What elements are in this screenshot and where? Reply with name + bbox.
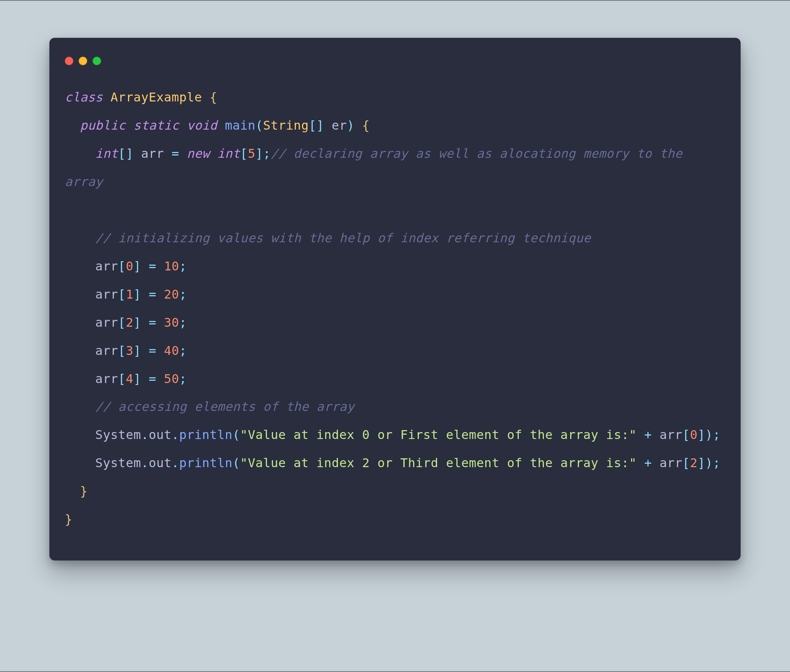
operator-eq: = [149,259,156,274]
class-name: ArrayExample [111,90,202,105]
obj-out: out [149,456,171,470]
value: 20 [164,287,179,302]
code-line-10: // accessing elements of the array [65,399,354,414]
code-line-12: System.out.println("Value at index 2 or … [65,456,721,470]
string-literal: "Value at index 2 or Third element of th… [240,456,637,470]
index: 0 [126,259,133,274]
type-string: String [263,118,309,133]
fn-println: println [179,456,232,470]
string-literal: "Value at index 0 or First element of th… [240,427,637,442]
brace-open: { [210,90,218,105]
var-arr: arr [95,287,118,302]
keyword-new: new [187,146,209,161]
value: 10 [164,259,179,274]
paren-close: ) [347,118,354,133]
brace-close: } [80,484,88,498]
operator-eq: = [149,315,156,330]
bracket-open: [ [240,146,248,161]
var-arr: arr [141,146,164,161]
obj-out: out [149,427,171,442]
index: 1 [126,287,133,302]
window-maximize-icon[interactable] [93,57,101,65]
bracket-close: ] [255,146,263,161]
var-arr: arr [95,371,118,386]
var-arr: arr [95,259,118,274]
code-line-5: arr[0] = 10; [65,259,187,274]
keyword-class: class [65,90,103,105]
var-arr: arr [660,427,682,442]
code-line-2: public static void main(String[] er) { [65,118,370,133]
operator-eq: = [172,146,179,161]
comment-init: // initializing values with the help of … [95,231,591,245]
code-line-11: System.out.println("Value at index 0 or … [65,427,721,442]
code-line-3: int[] arr = new int[5];// declaring arra… [65,146,690,189]
paren-open: ( [255,118,263,133]
brace-open: { [362,118,370,133]
value: 50 [164,371,179,386]
index: 0 [690,427,698,442]
operator-plus: + [644,456,652,470]
code-line-6: arr[1] = 20; [65,287,187,302]
code-line-9: arr[4] = 50; [65,371,187,386]
obj-system: System [95,456,141,470]
page-background: class ArrayExample { public static void … [0,0,790,672]
index: 3 [126,343,133,358]
brace-close: } [65,512,73,527]
code-editor-window: class ArrayExample { public static void … [49,38,741,561]
keyword-public: public [80,118,126,133]
obj-system: System [95,427,141,442]
comment-access: // accessing elements of the array [95,399,354,414]
fn-println: println [179,427,232,442]
code-block: class ArrayExample { public static void … [49,73,741,541]
value: 40 [164,343,179,358]
index: 4 [126,371,133,386]
type-int2: int [217,146,240,161]
semicolon: ; [263,146,271,161]
window-titlebar [49,38,741,73]
array-size: 5 [248,146,255,161]
code-line-7: arr[2] = 30; [65,315,187,330]
operator-eq: = [149,371,156,386]
index: 2 [126,315,133,330]
operator-eq: = [149,287,156,302]
code-line-1: class ArrayExample { [65,90,217,105]
code-line-8: arr[3] = 40; [65,343,187,358]
window-minimize-icon[interactable] [79,57,87,65]
brackets: [] [118,146,133,161]
param-er: er [332,118,347,133]
operator-eq: = [149,343,156,358]
value: 30 [164,315,179,330]
code-line-14: } [65,512,73,527]
code-line-13: } [65,484,88,498]
code-line-4: // initializing values with the help of … [65,231,591,245]
keyword-void: void [187,118,217,133]
var-arr: arr [660,456,682,470]
type-int: int [95,146,118,161]
operator-plus: + [644,427,652,442]
brackets: [] [309,118,324,133]
var-arr: arr [95,343,118,358]
var-arr: arr [95,315,118,330]
index: 2 [690,456,698,470]
method-main: main [225,118,255,133]
window-close-icon[interactable] [65,57,73,65]
keyword-static: static [133,118,179,133]
